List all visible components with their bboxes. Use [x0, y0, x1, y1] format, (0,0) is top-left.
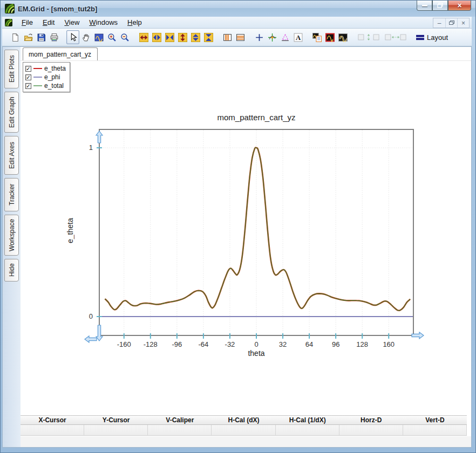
toolbar: ALayout: [2, 29, 472, 46]
print-icon: [50, 33, 59, 42]
horizontal-strips-button[interactable]: [234, 30, 247, 44]
sidebar-tab-edit-axes[interactable]: Edit Axes: [4, 136, 19, 175]
app-window: EM.Grid - [smom_tut2b] × FileEditViewWin…: [0, 0, 476, 453]
zoom-region-button[interactable]: [92, 30, 105, 44]
app-icon: [5, 4, 15, 13]
maximize-button[interactable]: [432, 1, 448, 11]
sidebar-tab-edit-graph[interactable]: Edit Graph: [4, 92, 19, 133]
toolbar-group: [9, 30, 60, 44]
fit-horizontal-button[interactable]: [163, 30, 176, 44]
value-cell-1: [84, 425, 148, 435]
main-area: Edit PlotsEdit GraphEdit AxesTrackerWork…: [2, 46, 472, 448]
spread-vertical-button[interactable]: [189, 30, 202, 44]
legend-checkbox-e_total[interactable]: ✓: [25, 83, 31, 89]
mdi-minimize-button[interactable]: –: [433, 18, 445, 28]
column-header-vert-d: Vert-D: [403, 416, 467, 424]
toolbar-group: Layout: [415, 30, 458, 44]
legend-checkbox-e_theta[interactable]: ✓: [25, 66, 31, 72]
select-cursor-button[interactable]: [66, 30, 79, 44]
text-annotation-button[interactable]: A: [291, 30, 304, 44]
tracker-icon: [268, 33, 277, 42]
x-tick-label: 96: [332, 340, 339, 348]
toolbar-group: A: [253, 30, 304, 44]
open-file-button[interactable]: [22, 30, 35, 44]
vertical-strips-button[interactable]: [221, 30, 234, 44]
y-axis-label: e_theta: [66, 207, 77, 255]
legend-box[interactable]: ✓e_theta✓e_phi✓e_total: [23, 62, 70, 92]
graph-multi-icon: [338, 33, 348, 42]
close-button[interactable]: ×: [448, 1, 471, 11]
document-tab-label: mom_pattern_cart_yz: [29, 51, 91, 58]
save-file-icon: [37, 33, 46, 42]
minimize-button[interactable]: [417, 1, 432, 11]
chart-canvas[interactable]: -160-128-96-64-32032649612816001: [99, 129, 414, 336]
y-tick-label: 1: [89, 143, 93, 152]
document-icon: [5, 19, 12, 26]
x-tick-label: -96: [172, 340, 182, 348]
legend-label-e_phi: e_phi: [44, 73, 60, 81]
sidebar-tab-tracker[interactable]: Tracker: [4, 178, 19, 211]
toolbar-group: [221, 30, 247, 44]
status-table-header: X-CursorY-CursorV-CaliperH-Cal (dX)H-Cal…: [21, 415, 467, 425]
legend-swatch-e_phi: [33, 77, 42, 78]
sidebar-tab-edit-plots[interactable]: Edit Plots: [4, 50, 19, 88]
axis-handle-bottom-left-out[interactable]: [85, 336, 97, 342]
legend-item-e_theta: ✓e_theta: [25, 64, 67, 73]
crosshair-button[interactable]: [253, 30, 266, 44]
toolbar-group: [355, 30, 409, 44]
graph-active-button[interactable]: [323, 30, 336, 44]
menu-item-view[interactable]: View: [59, 17, 84, 28]
menu-item-edit[interactable]: Edit: [38, 17, 59, 28]
save-file-button[interactable]: [35, 30, 47, 44]
expand-horizontal-icon: [139, 33, 148, 42]
fit-vertical-button[interactable]: [202, 30, 215, 44]
sidebar-tab-hide[interactable]: Hide: [4, 259, 19, 282]
spread-horizontal-button[interactable]: [150, 30, 163, 44]
column-header-x-cursor: X-Cursor: [21, 416, 84, 424]
layout-label: Layout: [427, 33, 448, 42]
plot-area[interactable]: -160-128-96-64-32032649612816001: [99, 129, 414, 336]
legend-checkbox-e_phi[interactable]: ✓: [25, 74, 31, 80]
sidebar-tab-workspace[interactable]: Workspace: [4, 215, 19, 256]
document-tab[interactable]: mom_pattern_cart_yz: [23, 47, 98, 60]
horizontal-strips-icon: [236, 33, 245, 42]
expand-horizontal-button[interactable]: [137, 30, 150, 44]
graph-multi-button[interactable]: [336, 30, 349, 44]
zoom-in-icon: [107, 33, 117, 42]
caliper-button[interactable]: [278, 30, 291, 44]
title-bar[interactable]: EM.Grid - [smom_tut2b] ×: [1, 1, 475, 17]
legend-item-e_phi: ✓e_phi: [25, 73, 67, 81]
layout-bars-icon: [416, 33, 425, 42]
layout-bars-button[interactable]: Layout: [415, 30, 458, 44]
value-cell-5: [339, 425, 403, 435]
new-file-button[interactable]: [9, 30, 22, 44]
mdi-restore-button[interactable]: [445, 18, 457, 28]
mdi-close-button[interactable]: ×: [457, 18, 469, 28]
expand-vertical-icon: [178, 33, 187, 42]
spread-vertical-icon: [191, 33, 200, 42]
zoom-in-button[interactable]: [105, 30, 118, 44]
axis-handle-top-left[interactable]: [96, 131, 103, 143]
legend-label-e_total: e_total: [44, 82, 64, 90]
column-header-y-cursor: Y-Cursor: [84, 416, 148, 424]
spread-horizontal-icon: [152, 33, 161, 42]
mdi-buttons: – ×: [433, 18, 470, 28]
x-tick-label: -128: [144, 340, 158, 348]
print-button[interactable]: [47, 30, 60, 44]
menu-item-file[interactable]: File: [17, 17, 38, 28]
menu-item-windows[interactable]: Windows: [84, 17, 123, 28]
zoom-out-button[interactable]: [118, 30, 131, 44]
axis-handle-bottom-left-down[interactable]: [96, 325, 103, 341]
tab-divider: [21, 60, 471, 61]
value-cell-3: [212, 425, 275, 435]
pan-hand-button[interactable]: [79, 30, 92, 44]
menu-item-help[interactable]: Help: [123, 17, 147, 28]
legend-swatch-e_total: [33, 85, 42, 86]
graph-with-legend-button[interactable]: [310, 30, 323, 44]
legend-item-e_total: ✓e_total: [25, 81, 67, 90]
pan-hand-icon: [81, 33, 91, 42]
expand-vertical-button[interactable]: [176, 30, 189, 44]
caliper-icon: [281, 33, 290, 42]
legend-label-e_theta: e_theta: [44, 65, 66, 72]
tracker-button[interactable]: [266, 30, 278, 44]
